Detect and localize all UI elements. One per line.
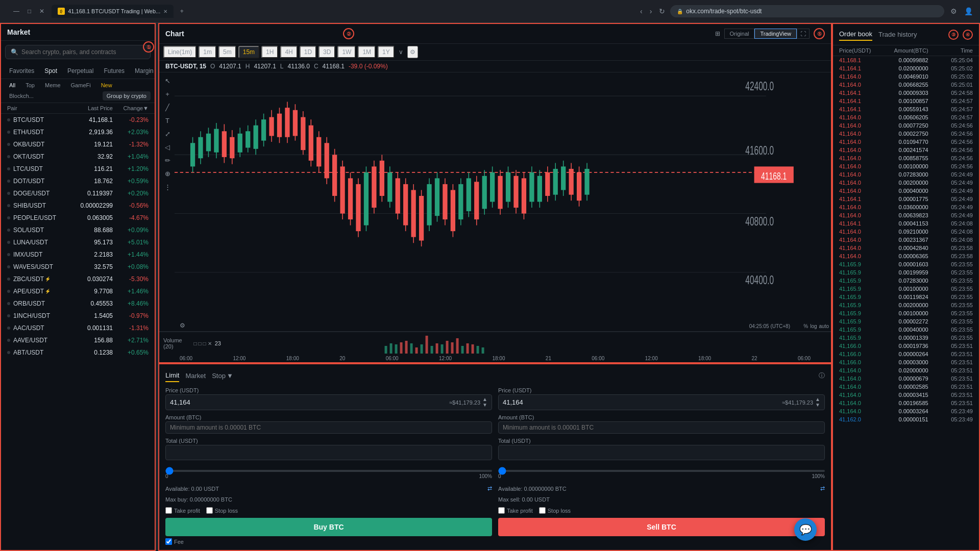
maximize-btn[interactable]: □ bbox=[24, 7, 34, 16]
sell-stop-loss-label[interactable]: Stop loss bbox=[539, 507, 571, 514]
ob-row[interactable]: 41,164.0 0.00606205 05:24:57 bbox=[833, 113, 979, 121]
buy-slider[interactable] bbox=[165, 470, 492, 472]
pair-row[interactable]: SHIB/USDT 0.00002299 -0.56% bbox=[1, 199, 155, 212]
tab-close-btn[interactable]: ✕ bbox=[163, 9, 167, 14]
trade-tab-market[interactable]: Market bbox=[185, 370, 206, 382]
buy-stop-loss-checkbox[interactable] bbox=[206, 507, 213, 514]
ob-row[interactable]: 41,165.9 0.00200000 05:23:55 bbox=[833, 301, 979, 309]
indicator-btn[interactable]: ⚙ bbox=[407, 46, 418, 58]
ob-row[interactable]: 41,164.0 0.00000679 05:23:51 bbox=[833, 374, 979, 383]
pair-row[interactable]: ORB/USDT 0.45553 +8.46% bbox=[1, 297, 155, 310]
cat-gamefi[interactable]: GameFi bbox=[67, 81, 95, 89]
new-tab-btn[interactable]: + bbox=[176, 5, 188, 17]
pair-row[interactable]: OKT/USDT 32.92 +1.04% bbox=[1, 151, 155, 163]
cat-blockch[interactable]: Blockch... bbox=[5, 92, 38, 100]
pair-row[interactable]: 1INCH/USDT 1.5405 -0.97% bbox=[1, 310, 155, 322]
cat-meme[interactable]: Meme bbox=[41, 81, 65, 89]
pair-row[interactable]: BTC/USDT 41,168.1 -0.23% bbox=[1, 114, 155, 126]
ob-row[interactable]: 41,166.0 0.00003000 05:23:51 bbox=[833, 358, 979, 366]
more-times-btn[interactable]: ∨ bbox=[397, 48, 405, 56]
1m-cap-btn[interactable]: 1M bbox=[358, 46, 376, 58]
vol-icon-1[interactable]: □ bbox=[194, 341, 197, 346]
trade-info-btn[interactable]: ⓘ bbox=[819, 371, 825, 380]
1d-btn[interactable]: 1D bbox=[300, 46, 316, 58]
ob-row[interactable]: 41,164.0 0.00858755 05:24:56 bbox=[833, 154, 979, 162]
buy-transfer-btn[interactable]: ⇄ bbox=[487, 485, 492, 492]
pair-row[interactable]: AAVE/USDT 156.88 +2.71% bbox=[1, 334, 155, 346]
ob-row[interactable]: 41,164.0 0.01094770 05:24:56 bbox=[833, 138, 979, 146]
settings-btn[interactable]: ⚙ bbox=[180, 322, 185, 329]
pair-row[interactable]: ZBC/USDT ⚡ 0.030274 -5.30% bbox=[1, 273, 155, 285]
tab-futures[interactable]: Futures bbox=[100, 65, 129, 77]
sell-price-up[interactable]: ▲ bbox=[815, 397, 820, 402]
1m-btn[interactable]: 1m bbox=[199, 46, 216, 58]
trade-tab-stop[interactable]: Stop ▼ bbox=[212, 370, 233, 382]
buy-amount-input[interactable] bbox=[170, 424, 487, 431]
ob-row[interactable]: 41,164.0 0.00196585 05:23:51 bbox=[833, 399, 979, 407]
crosshair-tool[interactable]: + bbox=[161, 88, 174, 100]
ob-row[interactable]: 41,164.0 0.03600000 05:24:49 bbox=[833, 203, 979, 211]
cursor-tool[interactable]: ↖ bbox=[161, 74, 174, 87]
ob-row[interactable]: 41,164.1 0.00100857 05:24:57 bbox=[833, 97, 979, 105]
ob-row[interactable]: 41,164.0 0.00668255 05:25:01 bbox=[833, 81, 979, 89]
pair-row[interactable]: DOGE/USDT 0.119397 +0.20% bbox=[1, 187, 155, 199]
pair-row[interactable]: IMX/USDT 2.2183 +1.44% bbox=[1, 248, 155, 261]
pair-row[interactable]: ETH/USDT 2,919.36 +2.03% bbox=[1, 126, 155, 138]
expand-tool[interactable]: ⋮ bbox=[161, 181, 174, 193]
url-bar[interactable]: 🔒 okx.com/trade-spot/btc-usdt bbox=[670, 5, 944, 17]
buy-price-up[interactable]: ▲ bbox=[482, 397, 487, 402]
ob-row[interactable]: 41,165.9 0.00199959 05:23:55 bbox=[833, 268, 979, 277]
pair-row[interactable]: DOT/USDT 18.762 +0.59% bbox=[1, 175, 155, 187]
pair-row[interactable]: PEOPLE/USDT 0.063005 -4.67% bbox=[1, 212, 155, 224]
tab-margin[interactable]: Margin bbox=[131, 65, 158, 77]
pair-row[interactable]: OKB/USDT 19.121 -1.32% bbox=[1, 138, 155, 151]
buy-take-profit-label[interactable]: Take profit bbox=[165, 507, 200, 514]
ob-row[interactable]: 41,164.0 0.00200000 05:24:49 bbox=[833, 179, 979, 187]
zoom-tool[interactable]: ⊕ bbox=[161, 167, 174, 180]
ob-row[interactable]: 41,166.0 0.00000264 05:23:51 bbox=[833, 350, 979, 358]
ob-row[interactable]: 41,165.9 0.00100000 05:23:55 bbox=[833, 285, 979, 293]
profile-btn[interactable]: 👤 bbox=[962, 5, 975, 17]
pair-row[interactable]: APE/USDT ⚡ 9.7708 +1.46% bbox=[1, 285, 155, 297]
cat-top[interactable]: Top bbox=[21, 81, 39, 89]
back-btn[interactable]: ‹ bbox=[638, 5, 645, 17]
5m-btn[interactable]: 5m bbox=[218, 46, 236, 58]
ob-row[interactable]: 41,164.0 0.00639823 05:24:49 bbox=[833, 211, 979, 219]
sell-amount-input[interactable] bbox=[503, 424, 820, 431]
ob-row[interactable]: 41,164.0 0.00231367 05:24:08 bbox=[833, 236, 979, 244]
tab-favorites[interactable]: Favorites bbox=[5, 65, 38, 77]
buy-stop-loss-label[interactable]: Stop loss bbox=[206, 507, 238, 514]
sell-total-input[interactable] bbox=[498, 445, 825, 460]
ob-row[interactable]: 41,164.0 0.00241574 05:24:56 bbox=[833, 146, 979, 154]
sell-slider[interactable] bbox=[498, 470, 825, 472]
log-btn[interactable]: log bbox=[810, 323, 817, 329]
pencil-tool[interactable]: ✏ bbox=[161, 154, 174, 166]
ob-row[interactable]: 41,165.9 0.00119824 05:23:55 bbox=[833, 293, 979, 301]
vol-icon-3[interactable]: □ bbox=[203, 341, 206, 346]
ob-row[interactable]: 41,164.1 0.00001775 05:24:49 bbox=[833, 195, 979, 203]
ob-row[interactable]: 41,164.0 0.00077250 05:24:56 bbox=[833, 121, 979, 130]
ob-row[interactable]: 41,164.0 0.09210000 05:24:08 bbox=[833, 228, 979, 236]
vol-icon-2[interactable]: □ bbox=[199, 341, 202, 346]
ob-row[interactable]: 41,164.0 0.00003264 05:23:49 bbox=[833, 407, 979, 415]
forward-btn[interactable]: › bbox=[648, 5, 654, 17]
pair-row[interactable]: LUNA/USDT 95.173 +5.01% bbox=[1, 236, 155, 248]
sell-price-input[interactable] bbox=[503, 398, 782, 406]
vol-close-btn[interactable]: ✕ bbox=[208, 341, 212, 346]
buy-take-profit-checkbox[interactable] bbox=[165, 507, 172, 514]
ob-row[interactable]: 41,164.1 0.00559143 05:24:57 bbox=[833, 105, 979, 113]
auto-btn[interactable]: auto bbox=[819, 323, 829, 329]
group-by-crypto-btn[interactable]: Group by crypto bbox=[103, 91, 151, 101]
sell-btc-btn[interactable]: Sell BTC bbox=[498, 518, 825, 536]
ob-row[interactable]: 41,164.0 0.00100000 05:24:56 bbox=[833, 162, 979, 170]
sell-price-down[interactable]: ▼ bbox=[815, 403, 820, 408]
pair-row[interactable]: LTC/USDT 116.21 +1.20% bbox=[1, 163, 155, 175]
sell-take-profit-checkbox[interactable] bbox=[498, 507, 505, 514]
sell-take-profit-label[interactable]: Take profit bbox=[498, 507, 533, 514]
nav-tool[interactable]: ◁ bbox=[161, 141, 174, 153]
grid-view-btn[interactable]: ⊞ bbox=[715, 30, 720, 37]
buy-btc-btn[interactable]: Buy BTC bbox=[165, 518, 492, 536]
pair-row[interactable]: ABT/USDT 0.1238 +0.65% bbox=[1, 346, 155, 359]
ob-row[interactable]: 41,164.1 0.02000000 05:25:02 bbox=[833, 64, 979, 72]
fee-checkbox[interactable] bbox=[165, 538, 172, 545]
